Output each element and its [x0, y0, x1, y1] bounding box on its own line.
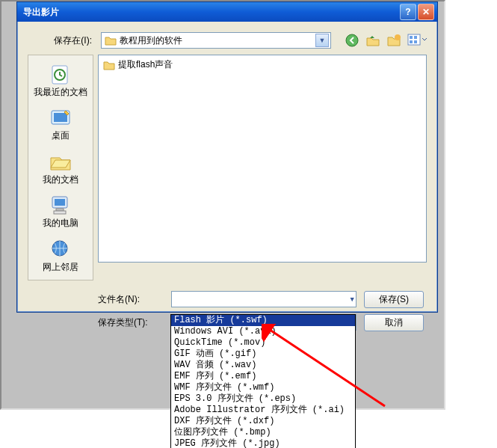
help-button[interactable]: ? — [400, 4, 416, 20]
export-movie-dialog: 导出影片 ? ✕ 保存在(I): 教程用到的软件 ▼ — [16, 1, 438, 313]
save-in-dropdown-button[interactable]: ▼ — [315, 34, 329, 47]
folder-icon — [105, 35, 117, 46]
svg-rect-6 — [414, 40, 417, 43]
titlebar: 导出影片 ? ✕ — [17, 2, 437, 22]
save-in-row: 保存在(I): 教程用到的软件 ▼ — [17, 22, 437, 53]
filetype-option[interactable]: GIF 动画 (*.gif) — [171, 349, 355, 360]
close-button[interactable]: ✕ — [418, 4, 434, 20]
filename-row: 文件名(N): ▼ 保存(S) — [28, 291, 427, 308]
svg-rect-5 — [410, 40, 413, 43]
file-item-name: 提取flash声音 — [118, 58, 173, 71]
cancel-button-label: 取消 — [385, 316, 403, 329]
place-label: 我的电脑 — [43, 218, 78, 228]
place-network[interactable]: 网上邻居 — [28, 233, 93, 277]
filetype-option[interactable]: JPEG 序列文件 (*.jpg) — [171, 438, 355, 448]
back-icon[interactable] — [345, 33, 359, 48]
my-documents-icon — [48, 150, 73, 173]
desktop-icon — [48, 106, 73, 129]
nav-icons — [345, 33, 427, 48]
svg-rect-10 — [54, 113, 67, 122]
filetype-option[interactable]: DXF 序列文件 (*.dxf) — [171, 416, 355, 427]
svg-rect-3 — [410, 36, 413, 39]
chevron-down-icon: ▼ — [319, 37, 326, 44]
svg-rect-14 — [54, 211, 66, 214]
filetype-option[interactable]: 位图序列文件 (*.bmp) — [171, 427, 355, 438]
folder-icon — [103, 60, 115, 70]
dialog-title: 导出影片 — [23, 6, 398, 19]
place-my-computer[interactable]: 我的电脑 — [28, 189, 93, 233]
filetype-option[interactable]: WAV 音频 (*.wav) — [171, 360, 355, 371]
place-label: 网上邻居 — [43, 262, 78, 272]
filetype-label: 保存类型(T): — [98, 316, 164, 329]
filetype-option[interactable]: EPS 3.0 序列文件 (*.eps) — [171, 393, 355, 405]
view-menu-icon[interactable] — [407, 33, 427, 48]
place-recent[interactable]: 我最近的文档 — [28, 58, 93, 102]
places-bar: 我最近的文档 桌面 我的文档 我的电脑 网上邻居 — [28, 55, 93, 280]
new-folder-icon[interactable] — [386, 33, 401, 48]
chevron-down-icon: ▼ — [351, 296, 354, 304]
place-label: 我最近的文档 — [34, 87, 87, 97]
filetype-option[interactable]: EMF 序列 (*.emf) — [171, 371, 355, 382]
filetype-option[interactable]: WMF 序列文件 (*.wmf) — [171, 382, 355, 393]
svg-rect-4 — [414, 36, 417, 39]
body-area: 我最近的文档 桌面 我的文档 我的电脑 网上邻居 — [17, 53, 437, 280]
file-list-pane[interactable]: 提取flash声音 — [98, 55, 427, 263]
cancel-button[interactable]: 取消 — [364, 314, 424, 331]
filename-label: 文件名(N): — [98, 293, 164, 306]
save-in-label: 保存在(I): — [28, 34, 96, 47]
save-in-combobox[interactable]: 教程用到的软件 ▼ — [101, 32, 331, 49]
svg-point-0 — [346, 34, 358, 46]
place-my-documents[interactable]: 我的文档 — [28, 146, 93, 189]
filetype-option[interactable]: Flash 影片 (*.swf) — [171, 315, 355, 326]
help-icon: ? — [405, 7, 410, 17]
close-icon: ✕ — [422, 7, 430, 17]
svg-point-1 — [395, 34, 401, 40]
filetype-dropdown-list[interactable]: Flash 影片 (*.swf)Windows AVI (*.avi)Quick… — [170, 314, 356, 448]
place-label: 桌面 — [52, 130, 70, 141]
network-places-icon — [48, 238, 73, 260]
save-button[interactable]: 保存(S) — [364, 291, 424, 308]
list-item[interactable]: 提取flash声音 — [103, 58, 422, 71]
filetype-option[interactable]: Adobe Illustrator 序列文件 (*.ai) — [171, 405, 355, 416]
filename-combobox[interactable]: ▼ — [171, 291, 356, 307]
up-one-level-icon[interactable] — [365, 33, 380, 48]
filetype-option[interactable]: QuickTime (*.mov) — [171, 337, 355, 349]
save-button-label: 保存(S) — [379, 293, 409, 306]
save-in-value: 教程用到的软件 — [120, 34, 315, 47]
filetype-option[interactable]: Windows AVI (*.avi) — [171, 326, 355, 337]
place-label: 我的文档 — [43, 174, 78, 185]
recent-docs-icon — [48, 63, 73, 85]
my-computer-icon — [48, 194, 73, 216]
filename-dropdown-button[interactable]: ▼ — [351, 294, 354, 304]
place-desktop[interactable]: 桌面 — [28, 102, 93, 145]
svg-rect-12 — [55, 199, 65, 206]
